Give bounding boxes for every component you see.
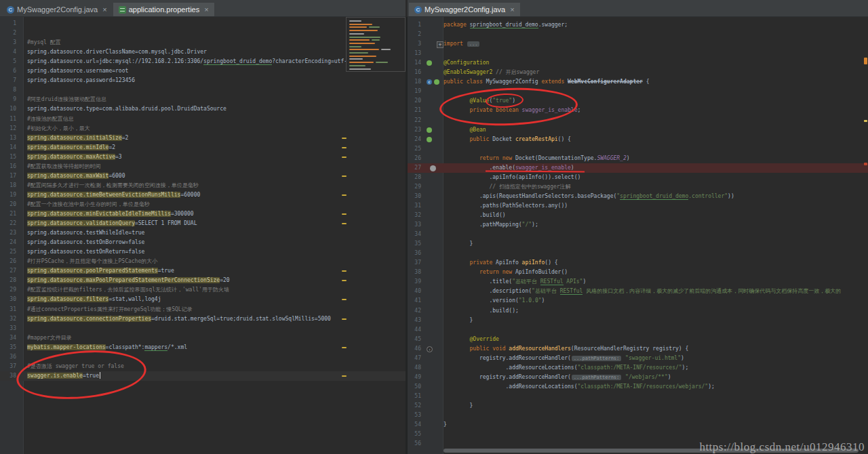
java-class-icon[interactable]: c <box>427 79 432 85</box>
line-number[interactable]: 49 <box>408 373 421 382</box>
code-line[interactable]: 19 <box>408 87 868 96</box>
code-line[interactable]: 37#是否激活 swagger true or false <box>0 362 406 371</box>
line-number[interactable]: 36 <box>0 352 16 362</box>
code-line[interactable]: 29 // 扫描指定包中的swagger注解 <box>408 182 868 192</box>
tab-myswagger2config-java-right[interactable]: C MySwagger2Config.java × <box>409 3 520 16</box>
line-number[interactable]: 50 <box>408 382 421 392</box>
code-line[interactable]: 42 .build(); <box>408 306 868 316</box>
code-line[interactable]: 46↑ public void addResourceHandlers(Reso… <box>408 344 868 354</box>
line-number[interactable]: 46 <box>408 344 421 354</box>
line-number[interactable]: 20 <box>408 96 421 106</box>
line-number[interactable]: 39 <box>408 277 421 287</box>
override-icon[interactable]: ↑ <box>427 346 433 352</box>
code-line[interactable]: 53 <box>408 411 868 420</box>
error-stripe-mark[interactable] <box>342 213 347 215</box>
code-line[interactable]: 48 .addResourceLocations("classpath:/MET… <box>408 363 868 373</box>
line-number[interactable]: 6 <box>0 66 16 76</box>
code-line[interactable]: 9#阿里druid连接池驱动配置信息 <box>0 95 406 104</box>
code-line[interactable]: 11#连接池的配置信息 <box>0 115 406 124</box>
line-number[interactable]: 30 <box>0 295 16 304</box>
line-number[interactable]: 20 <box>0 200 16 209</box>
error-stripe-mark[interactable] <box>342 176 347 177</box>
code-line[interactable]: 51 <box>408 392 868 401</box>
code-line[interactable]: 5spring.datasource.url=jdbc:mysql://192.… <box>0 57 406 66</box>
code-line[interactable]: 14@Configuration <box>408 58 868 68</box>
line-number[interactable]: 28 <box>0 276 16 285</box>
code-line[interactable]: 47 registry.addResourceHandler(...pathPa… <box>408 354 868 363</box>
line-number[interactable]: 5 <box>0 57 16 66</box>
error-stripe-mark[interactable] <box>342 347 347 348</box>
line-number[interactable]: 23 <box>408 125 421 135</box>
line-number[interactable]: 10 <box>0 104 16 114</box>
line-number[interactable]: 1 <box>408 20 421 30</box>
line-number[interactable]: 26 <box>408 154 421 163</box>
line-number[interactable]: 35 <box>0 343 16 352</box>
code-line[interactable]: 27 .enable(swagger_is_enable) <box>408 163 868 173</box>
line-number[interactable]: 26 <box>0 257 16 266</box>
spring-bean-icon[interactable] <box>427 127 432 133</box>
line-number[interactable]: 31 <box>0 305 16 314</box>
code-line[interactable]: 21 private boolean swagger_is_enable; <box>408 106 868 115</box>
line-number[interactable]: 27 <box>0 266 16 276</box>
spring-bean-icon[interactable] <box>427 60 432 66</box>
breakpoint-dot[interactable] <box>430 165 436 171</box>
error-stripe-mark[interactable] <box>342 157 347 158</box>
line-number[interactable]: 56 <box>408 439 421 449</box>
code-line[interactable]: 1 <box>0 19 406 28</box>
pane-splitter[interactable] <box>406 17 408 454</box>
line-number[interactable]: 14 <box>0 143 16 152</box>
code-line[interactable]: 29#配置监控统计拦截的filters，去掉后监控界面sql无法统计，'wall… <box>0 285 406 295</box>
code-line[interactable]: 8 <box>0 85 406 95</box>
code-line[interactable]: 31 .paths(PathSelectors.any()) <box>408 201 868 211</box>
line-number[interactable]: 24 <box>408 135 421 144</box>
code-line[interactable]: 25 <box>408 144 868 154</box>
line-number[interactable]: 42 <box>408 306 421 316</box>
minimap-preview[interactable] <box>346 17 406 72</box>
line-number[interactable]: 17 <box>0 171 16 181</box>
code-line[interactable]: 6spring.datasource.username=root <box>0 66 406 76</box>
line-number[interactable]: 13 <box>0 133 16 143</box>
line-number[interactable]: 31 <box>408 201 421 211</box>
code-line[interactable]: 49 registry.addResourceHandler(...pathPa… <box>408 373 868 382</box>
tab-myswagger2config-java-left[interactable]: C MySwagger2Config.java × <box>1 3 113 16</box>
line-number[interactable]: 34 <box>408 230 421 239</box>
line-number[interactable]: 22 <box>408 116 421 125</box>
code-line[interactable]: 38 return new ApiInfoBuilder() <box>408 268 868 277</box>
code-line[interactable]: 2 <box>408 30 868 39</box>
error-stripe-mark[interactable] <box>342 138 347 139</box>
line-number[interactable]: 13 <box>408 49 421 58</box>
line-number[interactable]: 40 <box>408 287 421 296</box>
line-number[interactable]: 38 <box>408 268 421 277</box>
line-number[interactable]: 8 <box>0 85 16 95</box>
fold-marker-icon[interactable]: + <box>437 41 443 48</box>
line-number[interactable]: 55 <box>408 430 421 439</box>
code-line[interactable]: 36 <box>0 352 406 362</box>
line-number[interactable]: 29 <box>0 285 16 295</box>
error-stripe-mark[interactable] <box>342 194 347 196</box>
code-line[interactable]: 31#通过connectProperties属性来打开mergeSql功能；慢S… <box>0 305 406 314</box>
line-number[interactable]: 35 <box>408 239 421 249</box>
code-line[interactable]: 4spring.datasource.driverClassName=com.m… <box>0 47 406 57</box>
code-line[interactable]: 20 @Value("true") <box>408 96 868 106</box>
error-stripe-mark[interactable] <box>342 318 347 320</box>
code-line[interactable]: 40 .description("基础平台 RESTful 风格的接口文档，内容… <box>408 287 868 296</box>
line-number[interactable]: 21 <box>0 209 16 219</box>
code-line[interactable]: 24spring.datasource.testOnBorrow=false <box>0 238 406 247</box>
line-number[interactable]: 12 <box>0 124 16 133</box>
code-line[interactable]: 33 <box>0 324 406 333</box>
code-line[interactable]: 30 .apis(RequestHandlerSelectors.basePac… <box>408 192 868 201</box>
spring-bean-icon[interactable] <box>427 137 432 142</box>
line-number[interactable]: 22 <box>0 219 16 228</box>
line-number[interactable]: 33 <box>0 324 16 333</box>
code-line[interactable]: 35 } <box>408 239 868 249</box>
code-line[interactable]: 55 <box>408 430 868 439</box>
line-number[interactable]: 21 <box>408 106 421 115</box>
code-line[interactable]: 52 } <box>408 401 868 411</box>
line-number[interactable]: 16 <box>0 162 16 171</box>
line-number[interactable]: 33 <box>408 220 421 230</box>
line-number[interactable]: 52 <box>408 401 421 411</box>
line-number[interactable]: 30 <box>408 192 421 201</box>
code-line[interactable]: 10spring.datasource.type=com.alibaba.dru… <box>0 104 406 114</box>
code-line[interactable]: 36 <box>408 249 868 258</box>
code-line[interactable]: 34#mapper文件目录 <box>0 333 406 343</box>
